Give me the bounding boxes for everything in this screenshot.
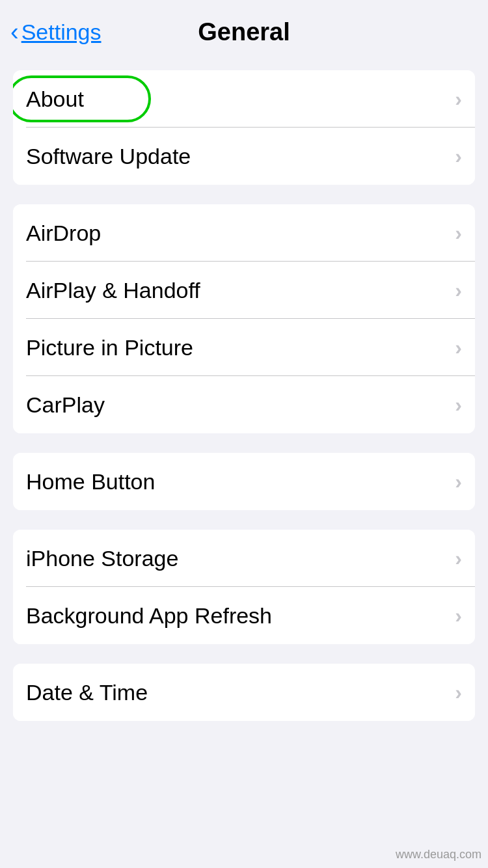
iphone-storage-chevron-icon: › bbox=[455, 547, 462, 571]
carplay-item[interactable]: CarPlay › bbox=[13, 376, 475, 433]
software-update-label: Software Update bbox=[26, 144, 191, 169]
date-time-item[interactable]: Date & Time › bbox=[13, 664, 475, 721]
software-update-chevron-icon: › bbox=[455, 144, 462, 169]
home-button-chevron-icon: › bbox=[455, 470, 462, 494]
settings-content: About › Software Update › AirDrop › AirP… bbox=[0, 57, 488, 753]
background-app-refresh-chevron-icon: › bbox=[455, 604, 462, 628]
date-time-label: Date & Time bbox=[26, 680, 148, 705]
home-button-item[interactable]: Home Button › bbox=[13, 453, 475, 510]
carplay-label: CarPlay bbox=[26, 392, 105, 418]
background-app-refresh-label: Background App Refresh bbox=[26, 603, 272, 629]
software-update-item[interactable]: Software Update › bbox=[13, 128, 475, 185]
section-connectivity: AirDrop › AirPlay & Handoff › Picture in… bbox=[13, 204, 475, 433]
airdrop-label: AirDrop bbox=[26, 221, 101, 246]
about-label: About bbox=[26, 87, 84, 112]
back-button[interactable]: ‹ Settings bbox=[10, 20, 102, 45]
section-datetime: Date & Time › bbox=[13, 664, 475, 721]
section-storage: iPhone Storage › Background App Refresh … bbox=[13, 530, 475, 644]
back-chevron-icon: ‹ bbox=[10, 20, 19, 44]
page-title: General bbox=[198, 18, 290, 46]
back-label: Settings bbox=[21, 20, 102, 45]
date-time-chevron-icon: › bbox=[455, 681, 462, 705]
picture-in-picture-label: Picture in Picture bbox=[26, 335, 193, 360]
about-item[interactable]: About › bbox=[13, 70, 475, 128]
iphone-storage-label: iPhone Storage bbox=[26, 546, 178, 571]
picture-in-picture-item[interactable]: Picture in Picture › bbox=[13, 319, 475, 376]
picture-in-picture-chevron-icon: › bbox=[455, 336, 462, 360]
home-button-label: Home Button bbox=[26, 469, 155, 495]
airdrop-item[interactable]: AirDrop › bbox=[13, 204, 475, 262]
airplay-handoff-chevron-icon: › bbox=[455, 278, 462, 303]
about-chevron-icon: › bbox=[455, 87, 462, 111]
section-home-button: Home Button › bbox=[13, 453, 475, 510]
airdrop-chevron-icon: › bbox=[455, 221, 462, 245]
carplay-chevron-icon: › bbox=[455, 393, 462, 417]
iphone-storage-item[interactable]: iPhone Storage › bbox=[13, 530, 475, 587]
watermark: www.deuaq.com bbox=[396, 848, 481, 861]
nav-bar: ‹ Settings General bbox=[0, 0, 488, 57]
section-about: About › Software Update › bbox=[13, 70, 475, 185]
background-app-refresh-item[interactable]: Background App Refresh › bbox=[13, 587, 475, 644]
airplay-handoff-label: AirPlay & Handoff bbox=[26, 278, 200, 303]
airplay-handoff-item[interactable]: AirPlay & Handoff › bbox=[13, 262, 475, 319]
